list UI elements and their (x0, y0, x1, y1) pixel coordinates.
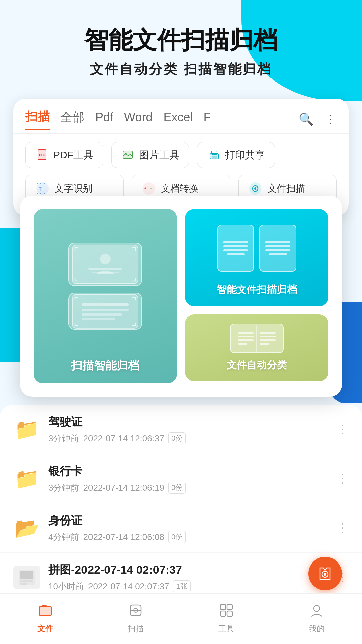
book-icon (230, 324, 284, 353)
file-item[interactable]: 📂 身份证 4分钟前 2022-07-14 12:06:08 0份 ⋮ (0, 503, 362, 553)
more-menu-icon[interactable]: ⋮ (324, 112, 337, 126)
img-tool-button[interactable]: 图片工具 (111, 142, 189, 168)
tools-nav-label: 工具 (218, 623, 234, 634)
nav-tools[interactable]: 工具 (216, 600, 236, 634)
svg-rect-29 (82, 313, 122, 316)
svg-rect-30 (82, 318, 115, 320)
svg-rect-39 (42, 605, 47, 607)
tools-row: PDF PDF工具 图片工具 (13, 134, 349, 168)
smart-scan-button[interactable]: 智能文件扫描归档 (185, 209, 328, 306)
svg-point-46 (314, 605, 320, 611)
camera-fab-button[interactable] (308, 557, 342, 590)
svg-text:T: T (39, 186, 42, 192)
tab-f[interactable]: F (203, 110, 211, 128)
svg-rect-28 (82, 309, 129, 311)
scan-nav-label: 扫描 (128, 623, 144, 634)
svg-rect-24 (88, 268, 122, 270)
file-info: 拼图-2022-07-14 02:07:37 10小时前 2022-07-14 … (48, 562, 328, 592)
file-item[interactable]: 📁 驾驶证 3分钟前 2022-07-14 12:06:37 0份 ⋮ (0, 405, 362, 454)
svg-text:W: W (144, 186, 147, 190)
convert-icon: W → (141, 181, 156, 196)
file-meta: 10小时前 2022-07-14 02:07:37 1张 (48, 580, 328, 592)
filescan-label: 文件扫描 (267, 182, 305, 195)
tab-pdf[interactable]: Pdf (95, 110, 113, 128)
svg-rect-27 (82, 303, 129, 306)
file-meta: 3分钟前 2022-07-14 12:06:37 0份 (48, 432, 328, 444)
svg-point-36 (324, 573, 326, 576)
file-name: 身份证 (48, 513, 328, 528)
hero-section: 智能文件扫描归档 文件自动分类 扫描智能归档 (0, 0, 362, 92)
more-options-icon[interactable]: ⋮ (337, 422, 349, 436)
search-icon[interactable]: 🔍 (299, 112, 314, 126)
files-nav-label: 文件 (37, 623, 53, 634)
svg-rect-32 (20, 571, 33, 579)
file-name: 银行卡 (48, 464, 328, 479)
svg-point-23 (100, 254, 111, 264)
svg-text:→: → (149, 186, 153, 190)
scan-nav-icon (126, 600, 146, 621)
file-info: 驾驶证 3分钟前 2022-07-14 12:06:37 0份 (48, 414, 328, 444)
popup-card: 扫描智能归档 智能文件扫描归档 (20, 196, 342, 397)
more-options-icon[interactable]: ⋮ (337, 521, 349, 535)
ocr-label: 文字识别 (55, 182, 92, 195)
tab-bar: 扫描 全部 Pdf Word Excel F 🔍 ⋮ (13, 99, 349, 134)
convert-label: 文档转换 (161, 182, 198, 195)
file-info: 身份证 4分钟前 2022-07-14 12:06:08 0份 (48, 513, 328, 543)
smart-doc-1 (217, 225, 254, 272)
print-tool-label: 打印共享 (225, 148, 265, 162)
smart-docs (217, 218, 296, 278)
smart-doc-2 (259, 225, 296, 272)
folder-icon: 📁 (13, 467, 40, 490)
doc-card-icon (68, 293, 142, 330)
svg-text:PDF: PDF (39, 153, 46, 157)
more-options-icon[interactable]: ⋮ (337, 472, 349, 486)
svg-rect-37 (39, 606, 51, 616)
scan-archive-label: 扫描智能归档 (71, 358, 139, 373)
right-col: 智能文件扫描归档 (185, 209, 328, 383)
img-icon (121, 148, 136, 162)
files-nav-icon (35, 600, 55, 621)
file-name: 拼图-2022-07-14 02:07:37 (48, 562, 328, 578)
svg-rect-25 (92, 272, 119, 273)
pdf-tool-button[interactable]: PDF PDF工具 (25, 142, 103, 168)
svg-rect-9 (212, 156, 217, 159)
svg-rect-44 (220, 611, 226, 616)
tools-nav-icon (216, 600, 236, 621)
svg-rect-26 (72, 294, 138, 328)
scan-archive-button[interactable]: 扫描智能归档 (34, 209, 177, 383)
file-thumbnail (13, 566, 40, 589)
tab-word[interactable]: Word (124, 110, 153, 128)
file-badge: 0份 (168, 531, 186, 543)
svg-rect-34 (20, 583, 27, 585)
filescan-icon (248, 181, 263, 196)
svg-point-21 (254, 187, 256, 190)
nav-files[interactable]: 文件 (35, 600, 55, 634)
file-badge: 0份 (168, 432, 186, 444)
print-tool-button[interactable]: 打印共享 (197, 142, 275, 168)
svg-rect-45 (227, 611, 232, 616)
print-icon (207, 148, 222, 162)
file-badge: 0份 (168, 482, 186, 494)
nav-scan[interactable]: 扫描 (126, 600, 146, 634)
img-tool-label: 图片工具 (139, 148, 179, 162)
tab-excel[interactable]: Excel (163, 110, 193, 128)
file-badge: 1张 (173, 580, 190, 592)
nav-mine[interactable]: 我的 (307, 600, 327, 634)
scan-icons (44, 221, 167, 351)
tab-all[interactable]: 全部 (60, 109, 84, 130)
svg-rect-42 (220, 604, 226, 610)
file-info: 银行卡 3分钟前 2022-07-14 12:06:19 0份 (48, 464, 328, 494)
folder-icon: 📁 (13, 418, 40, 441)
file-name: 驾驶证 (48, 414, 328, 430)
hero-title: 智能文件扫描归档 (20, 27, 342, 53)
classify-label: 文件自动分类 (227, 358, 287, 372)
ocr-icon: T (35, 181, 50, 196)
mine-nav-icon (307, 600, 327, 621)
file-item[interactable]: 📁 银行卡 3分钟前 2022-07-14 12:06:19 0份 ⋮ (0, 454, 362, 503)
svg-rect-33 (20, 580, 33, 582)
classify-button[interactable]: 文件自动分类 (185, 314, 328, 381)
bottom-nav: 文件 扫描 工具 我的 (0, 593, 362, 644)
tab-scan[interactable]: 扫描 (25, 109, 50, 130)
pdf-tool-label: PDF工具 (53, 148, 94, 162)
mine-nav-label: 我的 (309, 623, 325, 634)
